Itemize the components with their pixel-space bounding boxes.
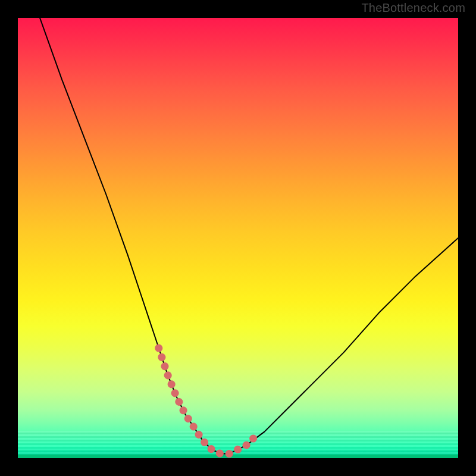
watermark-label: TheBottleneck.com <box>361 1 465 15</box>
curve-layer <box>18 18 458 458</box>
bottom-band <box>18 431 458 455</box>
bottleneck-curve <box>40 18 458 454</box>
chart-frame <box>9 9 467 467</box>
baseline-strip <box>18 455 458 458</box>
plot-area <box>18 18 458 458</box>
highlight-segment <box>159 348 256 454</box>
